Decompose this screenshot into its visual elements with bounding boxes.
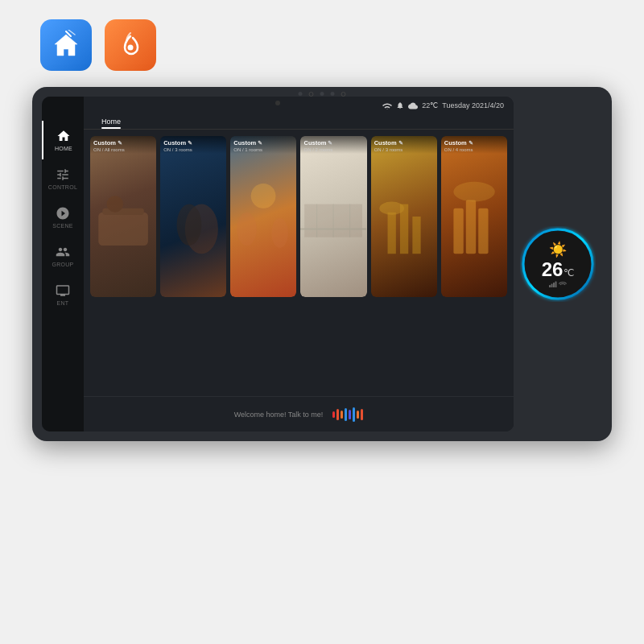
sidebar-scene-label: SCENE xyxy=(52,223,73,229)
thermostat-unit: ℃ xyxy=(564,267,574,279)
sidebar-item-control[interactable]: CONTROL xyxy=(42,159,84,198)
voice-wave[interactable] xyxy=(332,407,363,423)
notification-icon xyxy=(396,101,404,109)
card-5-overlay: Custom ✎ ON / 3 rooms xyxy=(371,136,437,154)
svg-point-3 xyxy=(107,196,124,213)
tab-home[interactable]: Home xyxy=(93,114,129,129)
thermostat-circle-container[interactable]: ☀️ 26 ℃ xyxy=(520,226,596,302)
temperature-display: 22℃ xyxy=(422,101,438,109)
room-card-1[interactable]: Custom ✎ ON / All rooms xyxy=(90,136,156,297)
sidebar-control-label: CONTROL xyxy=(48,184,77,190)
svg-point-7 xyxy=(237,213,258,246)
card-2-subtitle: ON / 3 rooms xyxy=(163,147,223,152)
edit-icon-3: ✎ xyxy=(258,140,262,147)
room-card-5[interactable]: Custom ✎ ON / 3 rooms xyxy=(371,136,437,297)
svg-point-21 xyxy=(453,182,494,202)
right-thermostat-panel: ☀️ 26 ℃ xyxy=(514,97,602,431)
tab-2[interactable] xyxy=(129,118,145,125)
svg-rect-18 xyxy=(453,208,463,254)
thermostat-temp: 26 xyxy=(542,260,564,279)
card-6-title: Custom ✎ xyxy=(444,139,504,147)
svg-rect-26 xyxy=(555,282,557,288)
dot2 xyxy=(320,92,324,96)
sidebar-group-label: GROUP xyxy=(52,262,73,267)
edit-icon-5: ✎ xyxy=(398,140,403,147)
top-logos-area xyxy=(0,0,156,87)
thermostat-signal-row xyxy=(549,281,567,287)
svg-rect-14 xyxy=(387,213,395,254)
weather-sun-icon: ☀️ xyxy=(549,241,567,258)
card-3-title: Custom ✎ xyxy=(233,139,293,147)
welcome-text: Welcome home! Talk to me! xyxy=(234,411,324,419)
svg-rect-19 xyxy=(466,200,476,254)
card-1-subtitle: ON / All rooms xyxy=(93,147,153,152)
card-1-overlay: Custom ✎ ON / All rooms xyxy=(90,136,156,154)
sidebar-item-scene[interactable]: SCENE xyxy=(42,198,84,237)
svg-rect-25 xyxy=(553,283,555,287)
card-2-overlay: Custom ✎ ON / 3 rooms xyxy=(160,136,226,154)
edit-icon-1: ✎ xyxy=(118,140,122,147)
svg-rect-16 xyxy=(412,217,420,254)
svg-rect-1 xyxy=(98,213,148,246)
tabs-row: Home xyxy=(84,113,514,130)
sidebar-item-home[interactable]: HOME xyxy=(42,121,84,159)
card-1-title: Custom ✎ xyxy=(93,139,153,147)
weather-icon xyxy=(408,102,418,109)
edit-icon-4: ✎ xyxy=(328,140,332,147)
sidebar-item-ent[interactable]: ENT xyxy=(42,275,84,314)
sidebar-item-group[interactable]: GROUP xyxy=(42,237,84,275)
main-content: 22℃ Tuesday 2021/4/20 Home xyxy=(84,97,514,431)
wifi-small-icon xyxy=(559,281,567,287)
edit-icon-2: ✎ xyxy=(188,140,192,147)
sidebar-home-label: HOME xyxy=(55,146,72,151)
svg-point-6 xyxy=(251,184,276,208)
temperature-row: 26 ℃ xyxy=(542,260,575,279)
svg-rect-20 xyxy=(478,208,488,254)
svg-rect-24 xyxy=(551,284,553,288)
tab-home-label: Home xyxy=(101,118,121,126)
card-3-subtitle: ON / 1 rooms xyxy=(233,147,293,152)
dot1 xyxy=(299,92,303,96)
card-4-title: Custom ✎ xyxy=(303,139,363,147)
thermostat-inner: ☀️ 26 ℃ xyxy=(520,226,596,302)
tab-3[interactable] xyxy=(145,118,161,125)
room-cards-grid: Custom ✎ ON / All rooms xyxy=(90,136,507,297)
bottom-bar: Welcome home! Talk to me! xyxy=(84,396,514,431)
card-6-subtitle: ON / 4 rooms xyxy=(444,147,504,152)
room-card-4[interactable]: Custom ✎ ON / 2 rooms xyxy=(300,136,366,297)
room-card-2[interactable]: Custom ✎ ON / 3 rooms xyxy=(160,136,226,297)
svg-rect-23 xyxy=(549,285,551,287)
status-bar: 22℃ Tuesday 2021/4/20 xyxy=(84,97,514,113)
card-5-subtitle: ON / 3 rooms xyxy=(374,147,434,152)
card-4-overlay: Custom ✎ ON / 2 rooms xyxy=(300,136,366,154)
smart-panel-device: HOME CONTROL SCENE GROUP ENT xyxy=(32,87,612,441)
edit-icon-6: ✎ xyxy=(469,140,473,147)
svg-point-8 xyxy=(272,218,289,248)
svg-point-5 xyxy=(177,204,202,246)
card-4-subtitle: ON / 2 rooms xyxy=(303,147,363,152)
smart-home-logo[interactable] xyxy=(40,19,92,71)
card-5-title: Custom ✎ xyxy=(374,139,434,147)
card-3-overlay: Custom ✎ ON / 1 rooms xyxy=(230,136,296,154)
dot3 xyxy=(331,92,335,96)
tuya-logo[interactable] xyxy=(105,19,156,71)
date-display: Tuesday 2021/4/20 xyxy=(442,101,504,109)
device-screen: HOME CONTROL SCENE GROUP ENT xyxy=(42,97,514,431)
card-6-overlay: Custom ✎ ON / 4 rooms xyxy=(441,136,507,154)
signal-icon xyxy=(549,281,557,287)
room-card-6[interactable]: Custom ✎ ON / 4 rooms xyxy=(441,136,507,297)
cards-section: Custom ✎ ON / All rooms xyxy=(84,130,514,396)
room-card-3[interactable]: Custom ✎ ON / 1 rooms xyxy=(230,136,296,297)
wifi-icon xyxy=(382,101,392,109)
sidebar-ent-label: ENT xyxy=(57,300,69,306)
card-2-title: Custom ✎ xyxy=(163,139,223,147)
svg-point-0 xyxy=(128,45,134,51)
svg-point-17 xyxy=(379,202,404,215)
sidebar: HOME CONTROL SCENE GROUP ENT xyxy=(42,97,84,431)
status-icons: 22℃ Tuesday 2021/4/20 xyxy=(382,101,504,109)
